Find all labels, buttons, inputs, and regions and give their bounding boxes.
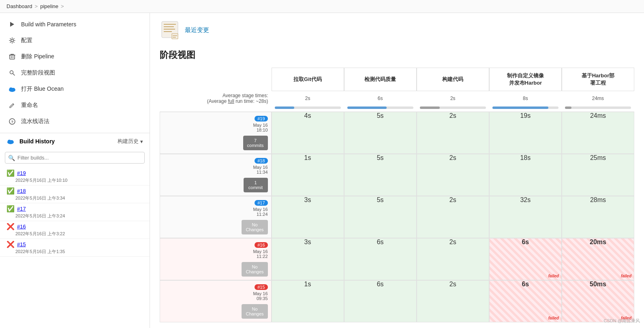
trash-icon: [8, 53, 16, 61]
svg-point-9: [12, 88, 15, 91]
build-time-meta-19: 18:10: [163, 128, 268, 132]
avg-row: Average stage times: (Average full run t…: [160, 91, 634, 106]
build-tag-19[interactable]: #19: [255, 116, 267, 121]
question-icon: ?: [8, 117, 16, 126]
build-time-meta-15: 09:35: [163, 296, 268, 301]
build-meta-16: #16 May 16 11:22 NoChanges: [160, 238, 272, 280]
stage-header-3: 构建代码: [417, 68, 489, 91]
sidebar-item-delete-pipeline[interactable]: 删除 Pipeline: [0, 49, 150, 65]
build-meta-15: #15 May 16 09:35 NoChanges: [160, 280, 272, 322]
stage-header-1: 拉取Git代码: [272, 68, 344, 91]
table-row: #19 May 16 18:10 7commits 4s 5s 2s 19s: [160, 112, 634, 154]
sidebar-item-blue-ocean[interactable]: 打开 Blue Ocean: [0, 81, 150, 97]
recent-changes-link[interactable]: 最近变更: [185, 26, 209, 34]
list-item: ❌ #15 2022年5月16日 上午1:35: [0, 239, 150, 257]
gear-icon: [8, 36, 16, 45]
build-number-19[interactable]: #19: [17, 170, 26, 176]
sidebar-label-blue-ocean: 打开 Blue Ocean: [21, 85, 64, 93]
cell-18-2: 5s: [344, 154, 417, 196]
cell-19-5: 24ms: [562, 112, 634, 154]
cell-18-5: 25ms: [562, 154, 634, 196]
breadcrumb: Dashboard > pipeline >: [0, 0, 644, 13]
breadcrumb-sep-2: >: [61, 3, 64, 9]
svg-point-1: [11, 39, 13, 42]
build-number-15[interactable]: #15: [17, 241, 26, 247]
build-link-18[interactable]: ✅ #18: [6, 187, 143, 195]
build-link-16[interactable]: ❌ #16: [6, 223, 143, 230]
failed-label-15-4: failed: [548, 316, 559, 320]
build-date-17: 2022年5月16日 上午3:24: [6, 213, 143, 219]
svg-line-6: [13, 74, 15, 76]
build-list: ✅ #19 2022年5月16日 上午10:10 ✅ #18 2022年5月16…: [0, 166, 150, 258]
build-meta-19: #19 May 16 18:10 7commits: [160, 112, 272, 154]
build-date-18: 2022年5月16日 上午3:34: [6, 195, 143, 201]
build-link-15[interactable]: ❌ #15: [6, 241, 143, 248]
cell-17-2: 5s: [344, 196, 417, 238]
commit-badge-19: 7commits: [243, 136, 268, 150]
sidebar-item-full-stage[interactable]: 完整阶段视图: [0, 65, 150, 81]
sidebar-item-rename[interactable]: 重命名: [0, 97, 150, 113]
build-tag-18[interactable]: #18: [255, 158, 267, 164]
watermark: CSDN @南宫乘风: [604, 318, 640, 324]
build-date-16: 2022年5月16日 上午3:22: [6, 231, 143, 237]
avg-time-4: 8s: [489, 91, 562, 106]
build-time-meta-18: 11:34: [163, 170, 268, 175]
build-number-17[interactable]: #17: [17, 206, 26, 212]
stage-table: 拉取Git代码 检测代码质量 构建代码 制作自定义镜像并发布Harbor 基于H…: [160, 68, 634, 322]
cell-19-2: 5s: [344, 112, 417, 154]
pencil-icon: [8, 101, 16, 109]
cell-16-5: 20ms failed: [562, 238, 634, 280]
breadcrumb-pipeline[interactable]: pipeline: [40, 3, 58, 9]
sidebar-item-build-with-params[interactable]: Build with Parameters: [0, 16, 150, 32]
sidebar-menu: Build with Parameters 配置: [0, 13, 150, 133]
build-history-label: 构建历史 ▾: [118, 138, 143, 145]
build-link-17[interactable]: ✅ #17: [6, 205, 143, 213]
empty-header: [160, 68, 272, 91]
progress-bar-1: [272, 106, 344, 112]
table-row: #18 May 16 11:34 1commit 1s 5s 2s 18s: [160, 154, 634, 196]
build-date-meta-19: May 16: [163, 123, 268, 128]
cell-17-4: 32s: [489, 196, 562, 238]
cell-18-4: 18s: [489, 154, 562, 196]
table-row: #17 May 16 11:24 NoChanges 3s 5s 2s 32s: [160, 196, 634, 238]
build-date-19: 2022年5月16日 上午10:10: [6, 177, 143, 183]
list-item: ✅ #18 2022年5月16日 上午3:34: [0, 185, 150, 203]
failed-label-16-5: failed: [621, 274, 631, 278]
no-changes-badge-17: NoChanges: [242, 220, 267, 234]
progress-bar-4: [489, 106, 562, 112]
sidebar-item-pipeline-syntax[interactable]: ? 流水线语法: [0, 113, 150, 130]
build-tag-15[interactable]: #15: [255, 284, 267, 290]
sidebar-label-build-with-params: Build with Parameters: [21, 21, 76, 28]
build-link-19[interactable]: ✅ #19: [6, 169, 143, 177]
build-number-16[interactable]: #16: [17, 224, 26, 230]
chevron-down-icon: ▾: [140, 138, 143, 145]
build-tag-17[interactable]: #17: [255, 200, 267, 206]
recent-changes-icon: [160, 19, 180, 41]
cell-15-4: 6s failed: [489, 280, 562, 322]
stage-header-row: 拉取Git代码 检测代码质量 构建代码 制作自定义镜像并发布Harbor 基于H…: [160, 68, 634, 91]
content-inner: 最近变更 阶段视图 拉取Git代码 检测代码质量 构建代码 制作自定义镜像并发布…: [150, 13, 644, 328]
svg-marker-0: [10, 22, 14, 27]
search-icon: [8, 69, 16, 77]
sidebar-label-pipeline-syntax: 流水线语法: [21, 118, 49, 125]
cell-19-1: 4s: [272, 112, 344, 154]
main-layout: Build with Parameters 配置: [0, 13, 644, 328]
sidebar-label-delete-pipeline: 删除 Pipeline: [21, 53, 54, 60]
filter-wrap: 🔍: [5, 152, 145, 164]
sidebar-item-config[interactable]: 配置: [0, 32, 150, 49]
build-history-title: Build History: [19, 138, 55, 145]
build-date-meta-16: May 16: [163, 249, 268, 254]
svg-text:?: ?: [11, 120, 14, 124]
table-row: #15 May 16 09:35 NoChanges 1s 6s 2s: [160, 280, 634, 322]
stage-header-2: 检测代码质量: [344, 68, 417, 91]
build-number-18[interactable]: #18: [17, 188, 26, 194]
build-date-meta-15: May 16: [163, 291, 268, 296]
svg-point-14: [10, 140, 13, 143]
build-tag-16[interactable]: #16: [255, 242, 267, 248]
list-item: ✅ #19 2022年5月16日 上午10:10: [0, 168, 150, 185]
stage-view-title: 阶段视图: [160, 49, 634, 61]
cloud-icon: [8, 85, 16, 93]
sidebar-label-config: 配置: [21, 37, 32, 44]
filter-builds-input[interactable]: [5, 152, 145, 164]
breadcrumb-dashboard[interactable]: Dashboard: [6, 3, 32, 9]
